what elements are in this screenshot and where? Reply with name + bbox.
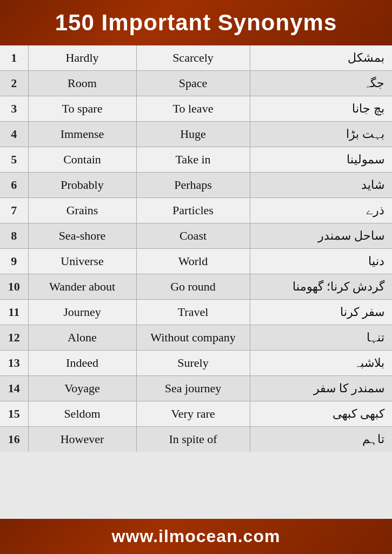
row-urdu: بچ جانا bbox=[250, 96, 392, 122]
row-word: Indeed bbox=[28, 351, 136, 376]
table-row: 11JourneyTravelسفر کرنا bbox=[0, 300, 392, 325]
row-number: 8 bbox=[0, 223, 28, 249]
table-row: 4ImmenseHugeبہت بڑا bbox=[0, 122, 392, 147]
row-number: 2 bbox=[0, 71, 28, 96]
row-number: 9 bbox=[0, 249, 28, 274]
row-synonym: World bbox=[136, 249, 250, 274]
row-urdu: جگہ bbox=[250, 71, 392, 96]
row-number: 14 bbox=[0, 376, 28, 401]
row-synonym: Very rare bbox=[136, 401, 250, 427]
table-row: 9UniverseWorldدنیا bbox=[0, 249, 392, 274]
row-synonym: Particles bbox=[136, 198, 250, 223]
header: 150 Important Synonyms bbox=[0, 0, 392, 45]
row-synonym: In spite of bbox=[136, 427, 250, 452]
table-row: 10Wander aboutGo roundگردش کرنا؛ گھومنا bbox=[0, 274, 392, 300]
row-word: Journey bbox=[28, 300, 136, 325]
row-urdu: ساحل سمندر bbox=[250, 223, 392, 249]
row-synonym: Scarcely bbox=[136, 45, 250, 71]
table-row: 16HoweverIn spite ofتاہم bbox=[0, 427, 392, 452]
row-synonym: Perhaps bbox=[136, 173, 250, 198]
row-word: Immense bbox=[28, 122, 136, 147]
row-word: Voyage bbox=[28, 376, 136, 401]
row-synonym: Sea journey bbox=[136, 376, 250, 401]
row-urdu: بمشکل bbox=[250, 45, 392, 71]
row-word: Sea-shore bbox=[28, 223, 136, 249]
row-urdu: گردش کرنا؛ گھومنا bbox=[250, 274, 392, 300]
row-number: 13 bbox=[0, 351, 28, 376]
table-row: 6ProbablyPerhapsشاید bbox=[0, 173, 392, 198]
row-word: Alone bbox=[28, 325, 136, 351]
row-number: 15 bbox=[0, 401, 28, 427]
row-urdu: سمولینا bbox=[250, 147, 392, 173]
table-row: 5ContainTake inسمولینا bbox=[0, 147, 392, 173]
row-number: 6 bbox=[0, 173, 28, 198]
table-row: 12AloneWithout companyتنہا bbox=[0, 325, 392, 351]
row-number: 11 bbox=[0, 300, 28, 325]
row-urdu: سفر کرنا bbox=[250, 300, 392, 325]
row-urdu: کبھی کبھی bbox=[250, 401, 392, 427]
row-synonym: Space bbox=[136, 71, 250, 96]
row-number: 10 bbox=[0, 274, 28, 300]
row-word: Contain bbox=[28, 147, 136, 173]
table-row: 8Sea-shoreCoastساحل سمندر bbox=[0, 223, 392, 249]
row-word: To spare bbox=[28, 96, 136, 122]
row-urdu: سمندر کا سفر bbox=[250, 376, 392, 401]
row-urdu: بلاشبہ bbox=[250, 351, 392, 376]
row-urdu: شاید bbox=[250, 173, 392, 198]
row-urdu: ذرے bbox=[250, 198, 392, 223]
synonyms-table: 1HardlyScarcelyبمشکل2RoomSpaceجگہ3To spa… bbox=[0, 45, 392, 452]
table-row: 7GrainsParticlesذرے bbox=[0, 198, 392, 223]
row-synonym: Go round bbox=[136, 274, 250, 300]
table-row: 3To spareTo leaveبچ جانا bbox=[0, 96, 392, 122]
row-word: Universe bbox=[28, 249, 136, 274]
row-urdu: تنہا bbox=[250, 325, 392, 351]
table-row: 14VoyageSea journeyسمندر کا سفر bbox=[0, 376, 392, 401]
row-synonym: Coast bbox=[136, 223, 250, 249]
row-urdu: دنیا bbox=[250, 249, 392, 274]
row-number: 12 bbox=[0, 325, 28, 351]
row-word: Room bbox=[28, 71, 136, 96]
table-row: 1HardlyScarcelyبمشکل bbox=[0, 45, 392, 71]
row-word: However bbox=[28, 427, 136, 452]
row-urdu: تاہم bbox=[250, 427, 392, 452]
row-synonym: Without company bbox=[136, 325, 250, 351]
row-synonym: Surely bbox=[136, 351, 250, 376]
row-number: 1 bbox=[0, 45, 28, 71]
row-synonym: Huge bbox=[136, 122, 250, 147]
row-word: Wander about bbox=[28, 274, 136, 300]
row-number: 4 bbox=[0, 122, 28, 147]
table-wrapper: ilmoceanilmocean 1HardlyScarcelyبمشکل2Ro… bbox=[0, 45, 392, 519]
row-number: 5 bbox=[0, 147, 28, 173]
footer: www.ilmocean.com bbox=[0, 519, 392, 554]
table-row: 13IndeedSurelyبلاشبہ bbox=[0, 351, 392, 376]
row-number: 3 bbox=[0, 96, 28, 122]
row-number: 16 bbox=[0, 427, 28, 452]
table-row: 15SeldomVery rareکبھی کبھی bbox=[0, 401, 392, 427]
row-urdu: بہت بڑا bbox=[250, 122, 392, 147]
row-synonym: To leave bbox=[136, 96, 250, 122]
table-row: 2RoomSpaceجگہ bbox=[0, 71, 392, 96]
row-word: Grains bbox=[28, 198, 136, 223]
footer-url: www.ilmocean.com bbox=[112, 526, 281, 546]
row-word: Seldom bbox=[28, 401, 136, 427]
row-synonym: Take in bbox=[136, 147, 250, 173]
row-word: Probably bbox=[28, 173, 136, 198]
page-title: 150 Important Synonyms bbox=[11, 10, 381, 36]
row-number: 7 bbox=[0, 198, 28, 223]
row-word: Hardly bbox=[28, 45, 136, 71]
row-synonym: Travel bbox=[136, 300, 250, 325]
